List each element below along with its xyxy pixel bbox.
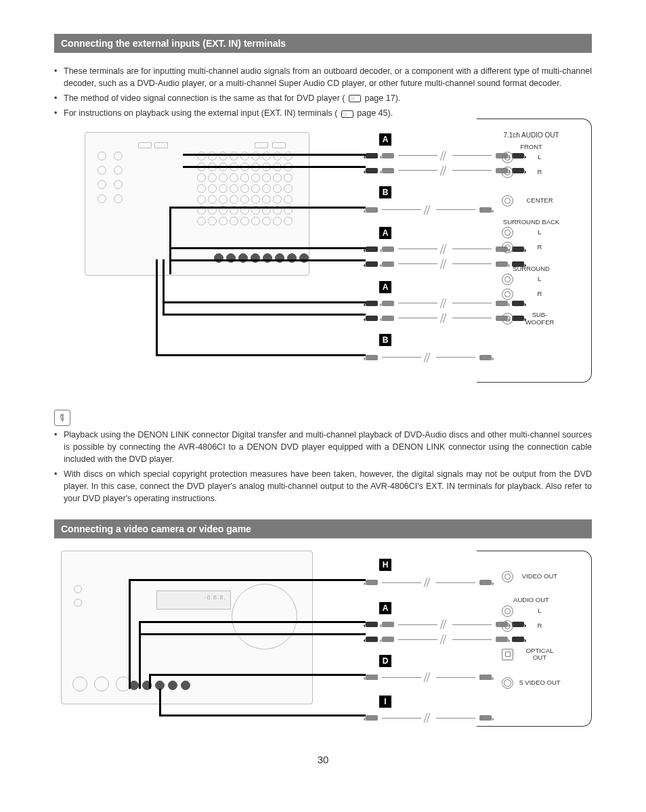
page-ref-icon: ☞: [341, 110, 353, 118]
receiver-rear-panel: [85, 132, 309, 276]
section1-bullets: These terminals are for inputting multi-…: [54, 65, 592, 120]
rca-jack-icon: [502, 289, 513, 300]
note-icon: ✎: [54, 410, 70, 426]
page-ref-icon: ☞: [349, 95, 361, 102]
rca-jack-icon: [502, 167, 513, 178]
source-device-box-2: VIDEO OUT AUDIO OUT L R OPTICAL OUT S VI…: [477, 551, 592, 727]
cable-tag-b: B: [379, 186, 391, 198]
svideo-jack-icon: [502, 677, 513, 689]
bullet-item: Playback using the DENON LINK connector …: [54, 429, 592, 465]
receiver-front-panel: -8.8.8.: [61, 551, 313, 704]
section1-notes: Playback using the DENON LINK connector …: [54, 429, 592, 505]
dest-label: R: [519, 244, 561, 251]
dest-label: CENTER: [519, 197, 561, 204]
rca-jack-icon: [502, 274, 513, 285]
bullet-item: These terminals are for inputting multi-…: [54, 65, 592, 89]
dest-group-title: FRONT: [520, 143, 542, 150]
dest-label: R: [519, 291, 561, 297]
dest-header: 7.1ch AUDIO OUT: [477, 131, 586, 139]
bullet-item: The method of video signal connection is…: [54, 92, 592, 104]
cable-tag-a: A: [379, 602, 391, 614]
dest-label: OPTICAL OUT: [519, 647, 561, 662]
bullet-item: For instructions on playback using the e…: [54, 107, 592, 119]
optical-jack-icon: [502, 649, 513, 660]
diagram-ext-in: A B A A B: [54, 127, 592, 398]
rca-jack-icon: [502, 620, 513, 632]
section-title-1: Connecting the external inputs (EXT. IN)…: [54, 34, 592, 53]
volume-dial: [232, 584, 297, 649]
front-display: -8.8.8.: [156, 591, 231, 610]
dest-group-title: SURROUND: [513, 265, 550, 272]
source-device-box: 7.1ch AUDIO OUT FRONT L R CENTER SURROUN…: [477, 119, 592, 383]
diagram-video-camera: -8.8.8. H A D I: [54, 551, 592, 733]
page-number: 30: [54, 754, 592, 765]
cable-tag-a: A: [379, 281, 391, 293]
dest-label: L: [519, 154, 561, 161]
cable-tag-a: A: [379, 227, 391, 239]
dest-label: L: [519, 607, 561, 614]
rca-jack-icon: [502, 242, 513, 253]
dest-group-title: AUDIO OUT: [513, 596, 549, 603]
dest-label: R: [519, 169, 561, 175]
rca-jack-icon: [502, 313, 513, 324]
dest-label: L: [519, 229, 561, 236]
cable-tag-a: A: [379, 133, 391, 146]
cable-tag-b: B: [379, 334, 391, 346]
cable-tag-d: D: [379, 655, 391, 667]
cable-tag-h: H: [379, 559, 391, 571]
dest-label: SUB- WOOFER: [519, 312, 561, 326]
dest-group-title: SURROUND BACK: [503, 218, 559, 226]
dest-label: VIDEO OUT: [519, 573, 561, 580]
dest-label: S VIDEO OUT: [519, 679, 561, 686]
section-title-2: Connecting a video camera or video game: [54, 519, 592, 538]
rca-jack-icon: [502, 571, 513, 582]
rca-jack-icon: [502, 605, 513, 617]
dest-label: R: [519, 622, 561, 629]
rca-jack-icon: [502, 152, 513, 163]
cable-tag-i: I: [379, 696, 391, 708]
bullet-item: With discs on which special copyright pr…: [54, 468, 592, 505]
rca-jack-icon: [502, 195, 513, 207]
rca-jack-icon: [502, 227, 513, 238]
dest-label: L: [519, 276, 561, 282]
